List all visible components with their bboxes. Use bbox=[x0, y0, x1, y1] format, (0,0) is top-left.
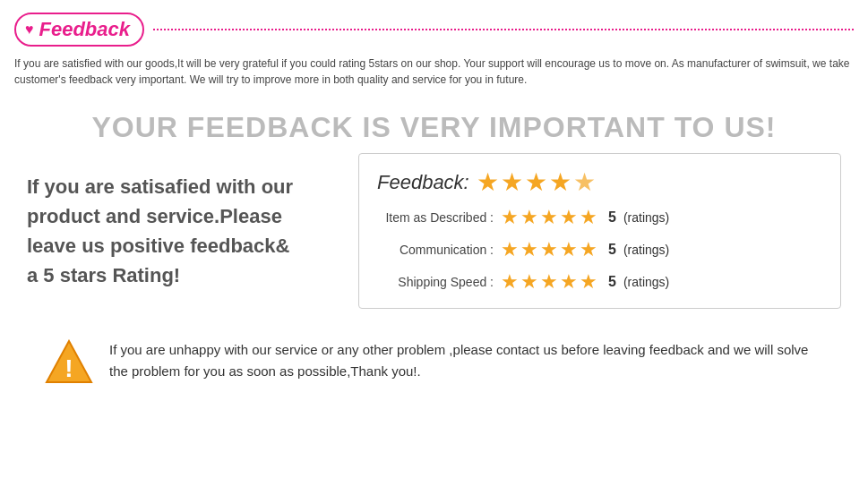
headline-section: YOUR FEEDBACK IS VERY IMPORTANT TO US! bbox=[0, 97, 868, 153]
id-star-1: ★ bbox=[501, 208, 519, 227]
feedback-badge: ♥ Feedback bbox=[14, 13, 144, 47]
id-star-2: ★ bbox=[520, 208, 538, 227]
shipping-row: Shipping Speed : ★ ★ ★ ★ ★ 5 (ratings) bbox=[377, 272, 822, 292]
communication-row: Communication : ★ ★ ★ ★ ★ 5 (ratings) bbox=[377, 240, 822, 260]
star-1: ★ bbox=[477, 170, 499, 195]
ship-star-3: ★ bbox=[540, 272, 558, 292]
item-described-label: Item as Described : bbox=[377, 210, 494, 225]
shipping-label: Shipping Speed : bbox=[377, 275, 494, 289]
intro-text: If you are satisfied with our goods,It w… bbox=[0, 52, 868, 97]
svg-text:!: ! bbox=[64, 354, 73, 382]
comm-star-4: ★ bbox=[560, 240, 578, 260]
left-line-3: leave us positive feedback& bbox=[27, 231, 331, 260]
left-line-1: If you are satisafied with our bbox=[27, 172, 331, 201]
communication-stars: ★ ★ ★ ★ ★ bbox=[501, 240, 597, 260]
left-line-2: product and service.Please bbox=[27, 201, 331, 231]
communication-count: 5 bbox=[608, 242, 616, 258]
main-headline: YOUR FEEDBACK IS VERY IMPORTANT TO US! bbox=[9, 111, 859, 144]
feedback-title: Feedback: bbox=[377, 171, 469, 194]
shipping-stars: ★ ★ ★ ★ ★ bbox=[501, 272, 597, 292]
ship-star-2: ★ bbox=[520, 272, 538, 292]
shipping-ratings: (ratings) bbox=[623, 275, 669, 289]
feedback-stars: ★ ★ ★ ★ ★ bbox=[477, 170, 596, 195]
star-5: ★ bbox=[573, 170, 596, 195]
item-described-count: 5 bbox=[608, 209, 616, 226]
bottom-section: ! If you are unhappy with our service or… bbox=[0, 327, 868, 408]
warning-content: If you are unhappy with our service or a… bbox=[109, 342, 808, 379]
star-4: ★ bbox=[549, 170, 572, 195]
shipping-count: 5 bbox=[608, 274, 616, 290]
warning-icon: ! bbox=[45, 339, 93, 390]
ship-star-4: ★ bbox=[560, 272, 578, 292]
communication-ratings: (ratings) bbox=[623, 243, 669, 257]
id-star-5: ★ bbox=[580, 208, 597, 227]
ship-star-5: ★ bbox=[580, 272, 597, 292]
content-area: If you are satisafied with our product a… bbox=[0, 153, 868, 327]
id-star-4: ★ bbox=[560, 208, 578, 227]
left-text-block: If you are satisafied with our product a… bbox=[27, 172, 331, 290]
heart-icon: ♥ bbox=[25, 21, 34, 38]
left-line-4: a 5 stars Rating! bbox=[27, 260, 331, 290]
star-2: ★ bbox=[501, 170, 523, 195]
star-3: ★ bbox=[525, 170, 547, 195]
comm-star-3: ★ bbox=[540, 240, 558, 260]
intro-content: If you are satisfied with our goods,It w… bbox=[14, 57, 849, 86]
badge-label: Feedback bbox=[39, 18, 131, 41]
warning-svg: ! bbox=[45, 339, 93, 384]
rating-box: Feedback: ★ ★ ★ ★ ★ Item as Described : … bbox=[358, 153, 841, 309]
item-described-ratings: (ratings) bbox=[623, 210, 669, 225]
comm-star-5: ★ bbox=[580, 240, 597, 260]
comm-star-2: ★ bbox=[520, 240, 538, 260]
item-described-row: Item as Described : ★ ★ ★ ★ ★ 5 (ratings… bbox=[377, 208, 822, 227]
warning-text: If you are unhappy with our service or a… bbox=[109, 339, 823, 382]
feedback-title-row: Feedback: ★ ★ ★ ★ ★ bbox=[377, 170, 822, 195]
item-described-stars: ★ ★ ★ ★ ★ bbox=[501, 208, 597, 227]
header-section: ♥ Feedback bbox=[0, 0, 868, 52]
dotted-line bbox=[153, 29, 854, 30]
comm-star-1: ★ bbox=[501, 240, 519, 260]
communication-label: Communication : bbox=[377, 243, 494, 257]
id-star-3: ★ bbox=[540, 208, 558, 227]
ship-star-1: ★ bbox=[501, 272, 519, 292]
